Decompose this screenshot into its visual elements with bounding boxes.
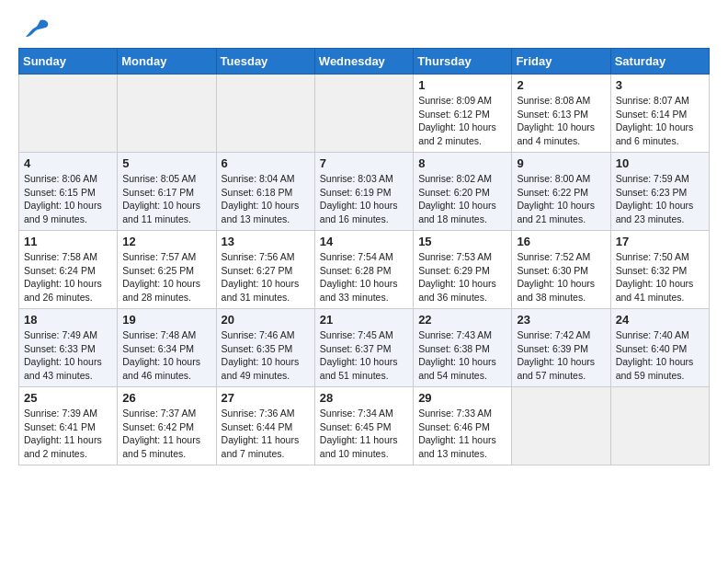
- calendar-day-cell: 4Sunrise: 8:06 AMSunset: 6:15 PMDaylight…: [19, 153, 118, 231]
- weekday-header-row: SundayMondayTuesdayWednesdayThursdayFrid…: [19, 49, 710, 75]
- calendar-day-cell: 29Sunrise: 7:33 AMSunset: 6:46 PMDayligh…: [414, 387, 512, 465]
- weekday-header-sunday: Sunday: [19, 49, 118, 75]
- day-number: 19: [122, 313, 210, 327]
- day-info: Sunrise: 7:42 AMSunset: 6:39 PMDaylight:…: [517, 328, 605, 383]
- day-info: Sunrise: 8:03 AMSunset: 6:19 PMDaylight:…: [320, 172, 408, 226]
- weekday-header-thursday: Thursday: [414, 49, 512, 75]
- calendar-day-cell: 2Sunrise: 8:08 AMSunset: 6:13 PMDaylight…: [512, 75, 610, 153]
- day-info: Sunrise: 7:48 AMSunset: 6:34 PMDaylight:…: [122, 328, 210, 383]
- calendar-day-cell: 25Sunrise: 7:39 AMSunset: 6:41 PMDayligh…: [19, 387, 118, 465]
- day-info: Sunrise: 7:58 AMSunset: 6:24 PMDaylight:…: [24, 250, 112, 304]
- calendar-day-cell: [314, 75, 413, 153]
- day-number: 20: [222, 313, 310, 327]
- calendar-day-cell: [610, 387, 709, 465]
- day-info: Sunrise: 7:40 AMSunset: 6:40 PMDaylight:…: [616, 328, 704, 383]
- calendar-day-cell: 3Sunrise: 8:07 AMSunset: 6:14 PMDaylight…: [610, 75, 709, 153]
- calendar-day-cell: 6Sunrise: 8:04 AMSunset: 6:18 PMDaylight…: [216, 153, 314, 231]
- calendar-day-cell: 26Sunrise: 7:37 AMSunset: 6:42 PMDayligh…: [118, 387, 216, 465]
- calendar-day-cell: 18Sunrise: 7:49 AMSunset: 6:33 PMDayligh…: [19, 309, 118, 387]
- calendar-day-cell: 8Sunrise: 8:02 AMSunset: 6:20 PMDaylight…: [414, 153, 512, 231]
- day-number: 12: [122, 235, 210, 248]
- day-info: Sunrise: 7:43 AMSunset: 6:38 PMDaylight:…: [418, 328, 506, 383]
- day-info: Sunrise: 7:52 AMSunset: 6:30 PMDaylight:…: [517, 250, 605, 304]
- calendar-day-cell: 23Sunrise: 7:42 AMSunset: 6:39 PMDayligh…: [512, 309, 610, 387]
- logo: [18, 18, 51, 39]
- day-number: 5: [122, 156, 210, 170]
- day-number: 22: [418, 313, 506, 327]
- day-info: Sunrise: 7:37 AMSunset: 6:42 PMDaylight:…: [122, 407, 210, 461]
- logo-bird-icon: [22, 18, 51, 39]
- calendar-day-cell: 10Sunrise: 7:59 AMSunset: 6:23 PMDayligh…: [610, 153, 709, 231]
- day-info: Sunrise: 7:57 AMSunset: 6:25 PMDaylight:…: [122, 250, 210, 304]
- day-info: Sunrise: 8:08 AMSunset: 6:13 PMDaylight:…: [517, 94, 605, 148]
- calendar-week-row: 18Sunrise: 7:49 AMSunset: 6:33 PMDayligh…: [19, 309, 710, 387]
- calendar-day-cell: 28Sunrise: 7:34 AMSunset: 6:45 PMDayligh…: [314, 387, 413, 465]
- day-number: 8: [418, 156, 506, 170]
- weekday-header-saturday: Saturday: [610, 49, 709, 75]
- day-info: Sunrise: 7:36 AMSunset: 6:44 PMDaylight:…: [222, 407, 310, 461]
- calendar-day-cell: 20Sunrise: 7:46 AMSunset: 6:35 PMDayligh…: [216, 309, 314, 387]
- day-info: Sunrise: 8:02 AMSunset: 6:20 PMDaylight:…: [418, 172, 506, 226]
- calendar-day-cell: 22Sunrise: 7:43 AMSunset: 6:38 PMDayligh…: [414, 309, 512, 387]
- day-number: 26: [122, 391, 210, 405]
- day-number: 18: [24, 313, 112, 327]
- calendar-week-row: 11Sunrise: 7:58 AMSunset: 6:24 PMDayligh…: [19, 231, 710, 309]
- calendar-day-cell: 15Sunrise: 7:53 AMSunset: 6:29 PMDayligh…: [414, 231, 512, 309]
- calendar-day-cell: 24Sunrise: 7:40 AMSunset: 6:40 PMDayligh…: [610, 309, 709, 387]
- day-info: Sunrise: 7:59 AMSunset: 6:23 PMDaylight:…: [616, 172, 704, 226]
- day-number: 9: [517, 156, 605, 170]
- day-info: Sunrise: 8:09 AMSunset: 6:12 PMDaylight:…: [418, 94, 506, 148]
- calendar-day-cell: 12Sunrise: 7:57 AMSunset: 6:25 PMDayligh…: [118, 231, 216, 309]
- day-info: Sunrise: 7:50 AMSunset: 6:32 PMDaylight:…: [616, 250, 704, 304]
- calendar-day-cell: 9Sunrise: 8:00 AMSunset: 6:22 PMDaylight…: [512, 153, 610, 231]
- calendar-table: SundayMondayTuesdayWednesdayThursdayFrid…: [18, 48, 710, 465]
- weekday-header-tuesday: Tuesday: [216, 49, 314, 75]
- day-info: Sunrise: 8:07 AMSunset: 6:14 PMDaylight:…: [616, 94, 704, 148]
- day-number: 15: [418, 235, 506, 248]
- calendar-day-cell: 7Sunrise: 8:03 AMSunset: 6:19 PMDaylight…: [314, 153, 413, 231]
- calendar-day-cell: 17Sunrise: 7:50 AMSunset: 6:32 PMDayligh…: [610, 231, 709, 309]
- day-info: Sunrise: 7:54 AMSunset: 6:28 PMDaylight:…: [320, 250, 408, 304]
- calendar-day-cell: 21Sunrise: 7:45 AMSunset: 6:37 PMDayligh…: [314, 309, 413, 387]
- day-number: 16: [517, 235, 605, 248]
- day-number: 10: [616, 156, 704, 170]
- day-info: Sunrise: 7:46 AMSunset: 6:35 PMDaylight:…: [222, 328, 310, 383]
- day-info: Sunrise: 8:05 AMSunset: 6:17 PMDaylight:…: [122, 172, 210, 226]
- day-number: 27: [222, 391, 310, 405]
- day-number: 2: [517, 78, 605, 92]
- day-number: 7: [320, 156, 408, 170]
- day-number: 3: [616, 78, 704, 92]
- day-info: Sunrise: 8:06 AMSunset: 6:15 PMDaylight:…: [24, 172, 112, 226]
- calendar-day-cell: 13Sunrise: 7:56 AMSunset: 6:27 PMDayligh…: [216, 231, 314, 309]
- day-info: Sunrise: 7:34 AMSunset: 6:45 PMDaylight:…: [320, 407, 408, 461]
- day-number: 23: [517, 313, 605, 327]
- weekday-header-wednesday: Wednesday: [314, 49, 413, 75]
- page-header: [18, 18, 710, 39]
- calendar-day-cell: 14Sunrise: 7:54 AMSunset: 6:28 PMDayligh…: [314, 231, 413, 309]
- calendar-week-row: 25Sunrise: 7:39 AMSunset: 6:41 PMDayligh…: [19, 387, 710, 465]
- day-number: 24: [616, 313, 704, 327]
- day-info: Sunrise: 7:53 AMSunset: 6:29 PMDaylight:…: [418, 250, 506, 304]
- day-number: 17: [616, 235, 704, 248]
- day-number: 1: [418, 78, 506, 92]
- calendar-day-cell: [216, 75, 314, 153]
- calendar-day-cell: 1Sunrise: 8:09 AMSunset: 6:12 PMDaylight…: [414, 75, 512, 153]
- calendar-day-cell: 19Sunrise: 7:48 AMSunset: 6:34 PMDayligh…: [118, 309, 216, 387]
- day-info: Sunrise: 8:00 AMSunset: 6:22 PMDaylight:…: [517, 172, 605, 226]
- calendar-day-cell: 5Sunrise: 8:05 AMSunset: 6:17 PMDaylight…: [118, 153, 216, 231]
- day-number: 14: [320, 235, 408, 248]
- weekday-header-monday: Monday: [118, 49, 216, 75]
- day-number: 25: [24, 391, 112, 405]
- day-info: Sunrise: 7:33 AMSunset: 6:46 PMDaylight:…: [418, 407, 506, 461]
- day-number: 11: [24, 235, 112, 248]
- day-number: 21: [320, 313, 408, 327]
- day-info: Sunrise: 8:04 AMSunset: 6:18 PMDaylight:…: [222, 172, 310, 226]
- calendar-day-cell: 27Sunrise: 7:36 AMSunset: 6:44 PMDayligh…: [216, 387, 314, 465]
- calendar-week-row: 4Sunrise: 8:06 AMSunset: 6:15 PMDaylight…: [19, 153, 710, 231]
- day-number: 13: [222, 235, 310, 248]
- calendar-day-cell: [118, 75, 216, 153]
- day-info: Sunrise: 7:49 AMSunset: 6:33 PMDaylight:…: [24, 328, 112, 383]
- day-info: Sunrise: 7:45 AMSunset: 6:37 PMDaylight:…: [320, 328, 408, 383]
- calendar-day-cell: 16Sunrise: 7:52 AMSunset: 6:30 PMDayligh…: [512, 231, 610, 309]
- day-number: 6: [222, 156, 310, 170]
